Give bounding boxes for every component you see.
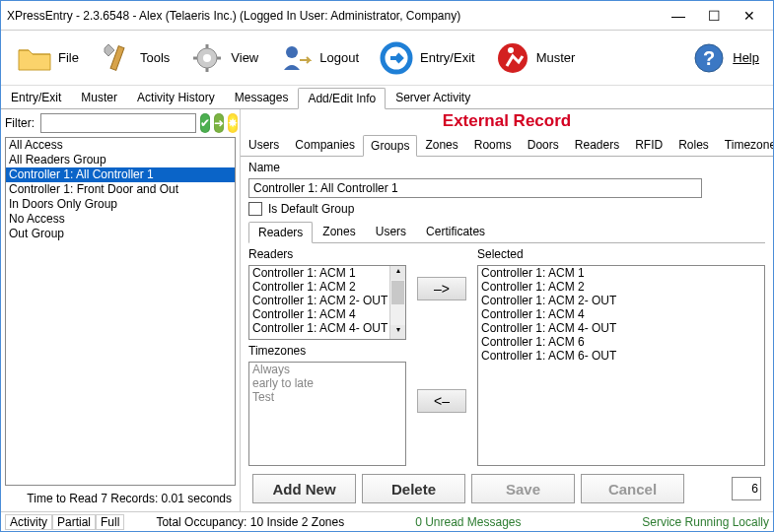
list-item[interactable]: Controller 1: ACM 1 [478, 266, 764, 280]
tab-activity-history[interactable]: Activity History [127, 87, 225, 107]
inner-tab-readers[interactable]: Readers [248, 222, 313, 243]
svg-text:?: ? [703, 47, 715, 69]
move-right-button[interactable]: –> [417, 277, 466, 300]
status-option-partial[interactable]: Partial [52, 514, 96, 530]
subtab-zones[interactable]: Zones [417, 134, 465, 155]
subtab-timezones[interactable]: Timezones [717, 134, 773, 155]
muster-icon [493, 38, 532, 78]
list-item[interactable]: Controller 1: ACM 4 [249, 307, 405, 321]
muster-button[interactable]: Muster [485, 36, 584, 80]
read-time-label: Time to Read 7 Records: 0.01 seconds [5, 490, 236, 507]
scrollbar[interactable]: ▴▾ [389, 266, 405, 339]
default-group-row[interactable]: Is Default Group [248, 202, 765, 216]
main-tabs: Entry/ExitMusterActivity HistoryMessages… [1, 86, 773, 109]
timezones-list[interactable]: Alwaysearly to lateTest [248, 362, 406, 466]
list-item[interactable]: Controller 1: ACM 2- OUT [249, 294, 405, 307]
list-item[interactable]: In Doors Only Group [6, 197, 235, 212]
service-status-label: Service Running Locally [642, 515, 769, 529]
tab-messages[interactable]: Messages [225, 87, 299, 107]
selected-readers-list[interactable]: Controller 1: ACM 1Controller 1: ACM 2Co… [477, 265, 765, 466]
entry-exit-button[interactable]: Entry/Exit [369, 36, 483, 80]
subtab-readers[interactable]: Readers [567, 134, 627, 155]
external-record-title: External Record [241, 109, 773, 133]
tab-add-edit-info[interactable]: Add/Edit Info [298, 88, 386, 109]
add-new-button[interactable]: Add New [252, 474, 356, 503]
subtab-users[interactable]: Users [241, 134, 287, 155]
subtab-roles[interactable]: Roles [670, 134, 717, 155]
title-bar: XPressEntry - 2.3.6548 - Alex (Telaeris … [1, 1, 773, 31]
help-button[interactable]: ? Help [681, 36, 767, 80]
subtab-rfid[interactable]: RFID [627, 134, 670, 155]
list-item[interactable]: Always [249, 363, 405, 376]
save-button[interactable]: Save [471, 474, 575, 503]
list-item[interactable]: Controller 1: ACM 2 [249, 280, 405, 294]
view-menu[interactable]: View [179, 36, 266, 80]
tab-entry-exit[interactable]: Entry/Exit [1, 87, 71, 107]
tools-menu[interactable]: Tools [89, 36, 177, 80]
logout-button[interactable]: Logout [268, 36, 367, 80]
subtab-groups[interactable]: Groups [363, 135, 417, 157]
occupancy-label: Total Occupancy: 10 Inside 2 Zones [156, 515, 344, 529]
main-toolbar: File Tools View Logout Entry/Exit [1, 31, 773, 86]
status-option-full[interactable]: Full [96, 514, 124, 530]
cancel-button[interactable]: Cancel [581, 474, 684, 503]
unread-messages-label[interactable]: 0 Unread Messages [415, 515, 521, 529]
inner-tab-zones[interactable]: Zones [313, 221, 365, 241]
right-panel: External Record UsersCompaniesGroupsZone… [241, 109, 773, 511]
default-group-label: Is Default Group [268, 202, 354, 216]
content-area: Filter: ✔ ➜ ✸ All AccessAll Readers Grou… [1, 109, 773, 511]
apply-filter-icon[interactable]: ✔ [200, 113, 210, 133]
list-item[interactable]: No Access [6, 212, 235, 227]
next-filter-icon[interactable]: ➜ [214, 113, 224, 133]
filter-row: Filter: ✔ ➜ ✸ [5, 113, 236, 133]
list-item[interactable]: Out Group [6, 227, 235, 241]
view-label: View [231, 50, 258, 65]
available-readers-list[interactable]: Controller 1: ACM 1Controller 1: ACM 2Co… [248, 265, 406, 340]
file-menu[interactable]: File [7, 36, 87, 80]
default-group-checkbox[interactable] [248, 202, 262, 216]
list-item[interactable]: Controller 1: ACM 1 [249, 266, 405, 280]
list-item[interactable]: All Access [6, 138, 235, 153]
status-bar: ActivityPartialFull Total Occupancy: 10 … [1, 511, 773, 531]
help-icon: ? [689, 38, 729, 78]
list-item[interactable]: Controller 1: ACM 2- OUT [478, 294, 764, 307]
minimize-button[interactable]: — [661, 4, 696, 28]
selected-header: Selected [477, 247, 765, 261]
delete-button[interactable]: Delete [362, 474, 465, 503]
subtab-rooms[interactable]: Rooms [466, 134, 520, 155]
list-item[interactable]: early to late [249, 376, 405, 390]
inner-tab-users[interactable]: Users [366, 221, 416, 241]
inner-tab-certificates[interactable]: Certificates [416, 221, 495, 241]
list-item[interactable]: Controller 1: ACM 6- OUT [478, 349, 764, 363]
list-item[interactable]: Controller 1: Front Door and Out [6, 182, 235, 197]
favorite-filter-icon[interactable]: ✸ [228, 113, 238, 133]
list-item[interactable]: Controller 1: ACM 2 [478, 280, 764, 294]
tab-server-activity[interactable]: Server Activity [386, 87, 480, 107]
move-left-button[interactable]: <– [417, 389, 466, 413]
group-listbox[interactable]: All AccessAll Readers GroupController 1:… [5, 137, 236, 486]
svg-point-10 [508, 47, 514, 53]
list-item[interactable]: All Readers Group [6, 153, 235, 167]
inner-tabs: ReadersZonesUsersCertificates [248, 220, 765, 243]
muster-label: Muster [536, 50, 576, 65]
groups-panel: Name Is Default Group ReadersZonesUsersC… [241, 157, 773, 511]
subtab-companies[interactable]: Companies [287, 134, 363, 155]
list-item[interactable]: Controller 1: ACM 4 [478, 307, 764, 321]
list-item[interactable]: Controller 1: ACM 6 [478, 335, 764, 349]
subtab-doors[interactable]: Doors [520, 134, 567, 155]
list-item[interactable]: Test [249, 390, 405, 404]
name-input[interactable] [248, 178, 702, 198]
list-item[interactable]: Controller 1: ACM 4- OUT [478, 321, 764, 335]
record-number-input[interactable] [732, 477, 761, 500]
list-item[interactable]: Controller 1: ACM 4- OUT [249, 321, 405, 335]
list-item[interactable]: Controller 1: All Controller 1 [6, 167, 235, 182]
help-label: Help [733, 50, 759, 65]
logout-label: Logout [319, 50, 359, 65]
close-button[interactable]: ✕ [732, 4, 767, 28]
maximize-button[interactable]: ☐ [696, 4, 732, 28]
entry-exit-icon [377, 38, 416, 78]
filter-input[interactable] [40, 113, 196, 133]
status-option-activity[interactable]: Activity [5, 514, 52, 530]
left-panel: Filter: ✔ ➜ ✸ All AccessAll Readers Grou… [1, 109, 241, 511]
tab-muster[interactable]: Muster [71, 87, 127, 107]
